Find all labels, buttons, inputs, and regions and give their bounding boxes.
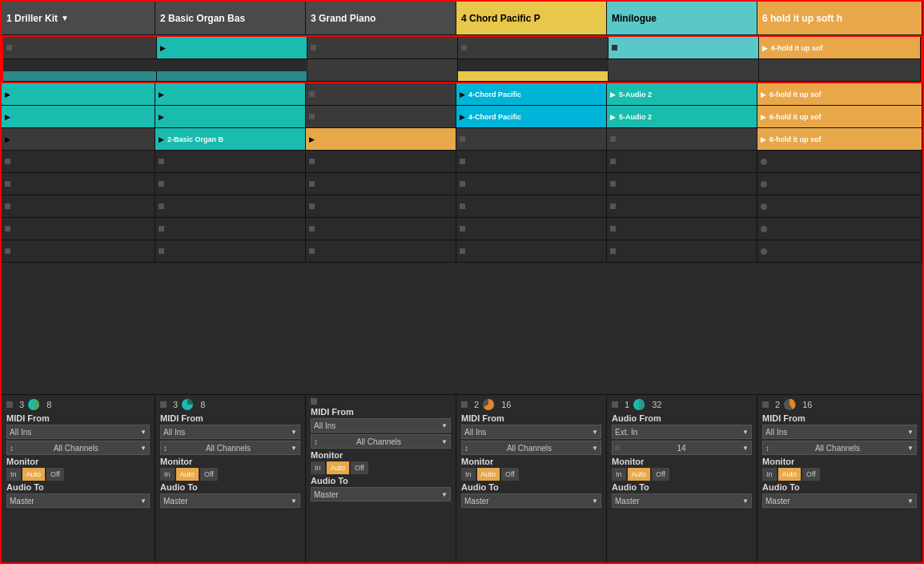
clip-5-1[interactable]: ▶ <box>2 128 155 150</box>
monitor-in-2[interactable]: In <box>160 468 175 481</box>
monitor-off-4[interactable]: Off <box>501 468 519 481</box>
clip-5-6[interactable]: ▶ 6-hold it up sof <box>757 128 922 150</box>
clip-sq <box>159 159 164 164</box>
audio-to-val-4: Master <box>464 497 489 506</box>
monitor-in-3[interactable]: In <box>311 461 325 474</box>
monitor-in-1[interactable]: In <box>6 468 21 481</box>
audio-to-dropdown-5[interactable]: Master ▼ <box>612 494 752 508</box>
audio-to-dropdown-1[interactable]: Master ▼ <box>6 494 150 508</box>
monitor-off-5[interactable]: Off <box>652 468 669 481</box>
monitor-auto-1[interactable]: Auto <box>22 468 46 481</box>
input-src-dropdown-4[interactable]: All Ins ▼ <box>461 425 601 439</box>
clip-1-3[interactable] <box>307 37 458 58</box>
ctrl-sq-1 <box>6 401 13 408</box>
clip-2-6[interactable] <box>759 59 921 81</box>
play-icon: ▶ <box>159 113 164 121</box>
monitor-in-4[interactable]: In <box>461 468 476 481</box>
play-icon: ▶ <box>309 135 315 143</box>
audio-to-dropdown-6[interactable]: Master ▼ <box>762 494 917 508</box>
input-ch-dropdown-3[interactable]: ↕ All Channels ▼ <box>311 434 451 449</box>
input-ch-dropdown-2[interactable]: ↕ All Channels ▼ <box>160 441 300 455</box>
audio-to-dropdown-3[interactable]: Master ▼ <box>311 487 451 502</box>
audio-to-dropdown-2[interactable]: Master ▼ <box>160 494 300 508</box>
clip-4-6[interactable]: ▶ 6-hold it up sof <box>757 106 922 127</box>
midi-from-label-6: MIDI From <box>762 413 917 423</box>
clip-3-6[interactable]: ▶ 6-hold it up sof <box>757 83 922 105</box>
input-ch-dropdown-1[interactable]: ↕ All Channels ▼ <box>6 441 150 455</box>
input-ch-dropdown-6[interactable]: ↕ All Channels ▼ <box>762 441 917 455</box>
clip-4-1[interactable]: ▶ <box>2 106 155 127</box>
audio-from-label-5: Audio From <box>612 413 752 423</box>
clip-2-1[interactable] <box>3 71 157 81</box>
play-icon: ▶ <box>460 91 465 99</box>
clip-1-5[interactable] <box>609 37 759 58</box>
monitor-off-1[interactable]: Off <box>46 468 64 481</box>
input-src-dropdown-6[interactable]: All Ins ▼ <box>762 425 917 439</box>
clip-2-5[interactable] <box>609 59 759 81</box>
input-src-dropdown-2[interactable]: All Ins ▼ <box>160 425 300 439</box>
clip-3-5[interactable]: ▶ 5-Audio 2 <box>607 83 757 105</box>
input-ch-dropdown-4[interactable]: ↕ All Channels ▼ <box>461 441 601 455</box>
input-src-dropdown-1[interactable]: All Ins ▼ <box>6 425 150 439</box>
clip-3-3[interactable] <box>306 83 456 105</box>
clip-3-1[interactable]: ▶ <box>2 83 155 105</box>
monitor-in-6[interactable]: In <box>762 468 777 481</box>
clip-3-4[interactable]: ▶ 4-Chord Pacific <box>456 83 607 105</box>
dropdown-caret-2c: ▼ <box>291 498 297 505</box>
pie-icon-2 <box>181 398 194 411</box>
clip-2-2[interactable] <box>157 71 307 81</box>
track-header-2[interactable]: 2 Basic Organ Bas <box>155 2 306 34</box>
monitor-off-3[interactable]: Off <box>351 461 368 474</box>
clip-2-4[interactable] <box>458 71 609 81</box>
clip-1-4[interactable] <box>458 37 609 58</box>
dropdown-caret-1b: ▼ <box>140 445 147 452</box>
monitor-auto-2[interactable]: Auto <box>176 468 199 481</box>
clip-5-4[interactable] <box>456 128 607 150</box>
ch-icon-3: ↕ <box>314 437 318 446</box>
clip-4-4[interactable]: ▶ 4-Chord Pacific <box>456 106 607 127</box>
clip-5-3[interactable]: ▶ <box>306 128 456 150</box>
input-ch-row-5: 14 ▼ <box>612 441 752 455</box>
audio-to-row-4: Master ▼ <box>461 494 601 508</box>
input-src-dropdown-5[interactable]: Ext. In ▼ <box>612 425 752 439</box>
input-src-dropdown-3[interactable]: All Ins ▼ <box>311 418 451 433</box>
track-1-arrow[interactable]: ▼ <box>61 14 69 22</box>
clip-sq <box>460 181 465 187</box>
clip-1-1[interactable] <box>3 37 157 58</box>
clip-4-3[interactable] <box>306 106 456 127</box>
clip-4-2[interactable]: ▶ <box>155 106 306 127</box>
clip-5-2[interactable]: ▶ 2-Basic Organ B <box>155 128 306 150</box>
play-icon: ▶ <box>159 91 164 99</box>
track-header-1[interactable]: 1 Driller Kit ▼ <box>2 2 155 34</box>
clip-5-5[interactable] <box>607 128 757 150</box>
clip-1-6[interactable]: ▶ 6-hold it up sof <box>759 37 921 58</box>
play-icon: ▶ <box>159 135 164 143</box>
midi-from-label-3: MIDI From <box>311 407 451 417</box>
input-ch-dropdown-5[interactable]: 14 ▼ <box>612 441 752 455</box>
monitor-auto-3[interactable]: Auto <box>327 461 350 474</box>
monitor-auto-6[interactable]: Auto <box>778 468 801 481</box>
track-control-1: 3 8 MIDI From All Ins ▼ ↕ All Channels ▼ <box>2 395 155 562</box>
track-header-6[interactable]: 6 hold it up soft h <box>757 2 922 34</box>
monitor-off-2[interactable]: Off <box>200 468 218 481</box>
monitor-off-6[interactable]: Off <box>802 468 820 481</box>
clip-sq <box>159 248 164 254</box>
clip-sq <box>309 114 315 119</box>
monitor-in-5[interactable]: In <box>612 468 626 481</box>
track-header-3[interactable]: 3 Grand Piano <box>306 2 456 34</box>
clip-3-2[interactable]: ▶ <box>155 83 306 105</box>
clip-4-5[interactable]: ▶ 5-Audio 2 <box>607 106 757 127</box>
clip-1-2[interactable]: ▶ <box>157 37 307 58</box>
monitor-auto-5[interactable]: Auto <box>628 468 651 481</box>
track-header-4[interactable]: 4 Chord Pacific P <box>456 2 607 34</box>
monitor-auto-4[interactable]: Auto <box>477 468 500 481</box>
ch-icon-2: ↕ <box>163 444 167 453</box>
empty-1-6 <box>757 151 922 172</box>
clip-4-4-text: 4-Chord Pacific <box>468 113 521 121</box>
ctrl-num-1: 3 <box>19 400 24 409</box>
audio-to-dropdown-4[interactable]: Master ▼ <box>461 494 601 508</box>
play-icon: ▶ <box>5 135 10 143</box>
clip-2-3[interactable] <box>307 59 458 81</box>
empty-5-2 <box>155 240 306 262</box>
track-header-5[interactable]: Minilogue <box>607 2 757 34</box>
